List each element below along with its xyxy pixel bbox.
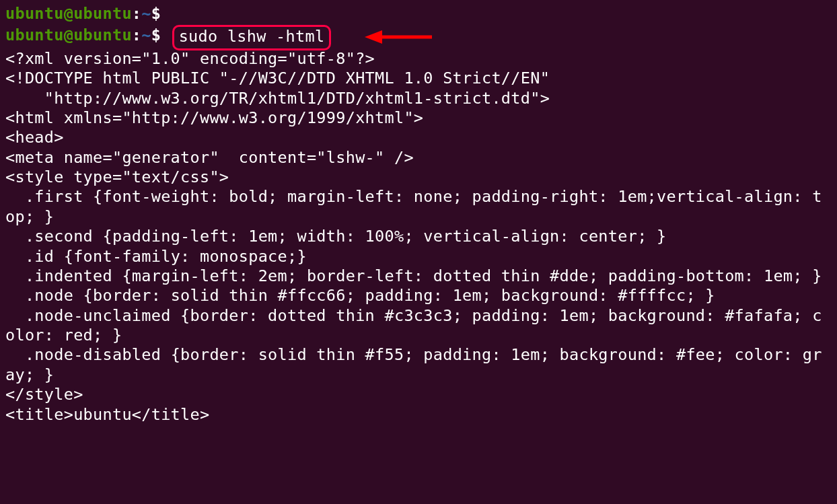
output-line: .second {padding-left: 1em; width: 100%;…	[5, 227, 832, 246]
output-line: <head>	[5, 128, 832, 147]
prompt-path: ~	[141, 26, 151, 44]
output-line: <?xml version="1.0" encoding="utf-8"?>	[5, 49, 832, 69]
output-line: <title>ubuntu</title>	[5, 405, 832, 425]
output-line: <!DOCTYPE html PUBLIC "-//W3C//DTD XHTML…	[5, 69, 832, 88]
prompt-sep: :	[132, 26, 141, 44]
prompt-user: ubuntu@ubuntu	[5, 26, 132, 44]
prompt-path: ~	[141, 4, 151, 23]
output-line: <style type="text/css">	[5, 168, 832, 187]
output-line: .node {border: solid thin #ffcc66; paddi…	[5, 286, 832, 305]
svg-marker-1	[365, 30, 382, 44]
prompt-line-2: ubuntu@ubuntu:~$ sudo lshw -html	[5, 24, 832, 48]
output-line: .node-disabled {border: solid thin #f55;…	[5, 345, 832, 385]
output-line: .node-unclaimed {border: dotted thin #c3…	[5, 306, 832, 346]
output-line: <meta name="generator" content="lshw-" /…	[5, 148, 832, 168]
output-line: <html xmlns="http://www.w3.org/1999/xhtm…	[5, 108, 832, 128]
prompt-dollar: $	[151, 26, 161, 44]
output-line: .indented {margin-left: 2em; border-left…	[5, 266, 832, 286]
command-text[interactable]: sudo lshw -html	[179, 27, 325, 46]
prompt-line-1: ubuntu@ubuntu:~$	[5, 4, 832, 24]
output-line: </style>	[5, 385, 832, 404]
command-highlight-box: sudo lshw -html	[172, 25, 332, 50]
output-line: .first {font-weight: bold; margin-left: …	[5, 187, 832, 227]
annotation-arrow-icon	[365, 28, 432, 46]
output-line: "http://www.w3.org/TR/xhtml1/DTD/xhtml1-…	[5, 89, 832, 108]
prompt-sep: :	[132, 4, 141, 23]
output-line: .id {font-family: monospace;}	[5, 247, 832, 266]
prompt-dollar: $	[151, 4, 161, 23]
prompt-user: ubuntu@ubuntu	[5, 4, 132, 23]
